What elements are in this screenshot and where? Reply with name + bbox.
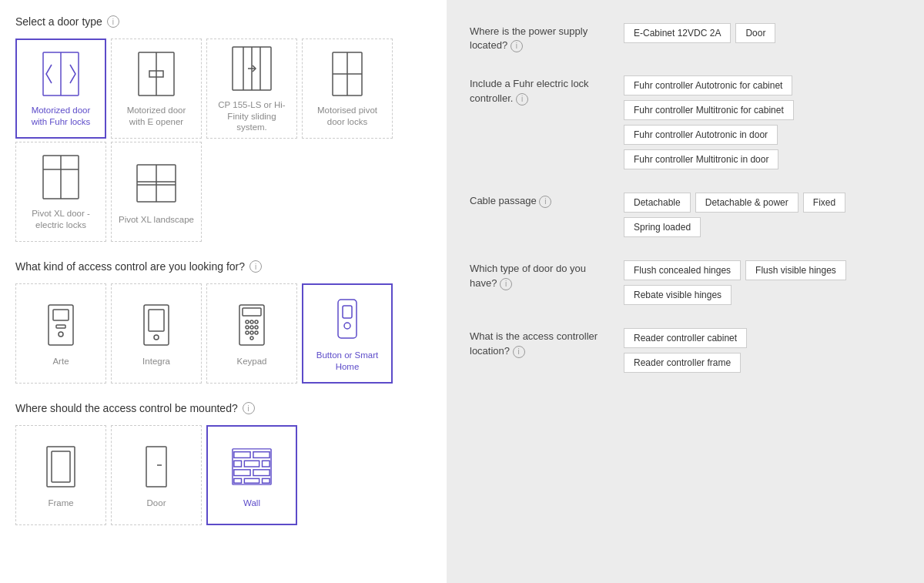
svg-point-26 bbox=[154, 335, 159, 340]
fuhr-line1: Fuhr controller Autotronic for cabinet bbox=[624, 75, 794, 95]
answer-e-cabinet[interactable]: E-Cabinet 12VDC 2A bbox=[624, 23, 731, 43]
question-text-power-supply: Where is the power supply located? bbox=[470, 25, 588, 51]
answer-door-power[interactable]: Door bbox=[735, 23, 775, 43]
tile-door[interactable]: Door bbox=[111, 425, 202, 525]
answers-door-type: Flush concealed hinges Flush visible hin… bbox=[624, 260, 846, 305]
question-controller-location: What is the access controller location? … bbox=[470, 328, 901, 373]
question-label-controller: What is the access controller location? … bbox=[470, 328, 608, 357]
svg-rect-55 bbox=[244, 478, 259, 483]
tile-motorised-pivot[interactable]: Motorised pivot door locks bbox=[302, 39, 393, 139]
question-text-controller: What is the access controller location? bbox=[470, 330, 598, 356]
tile-arte[interactable]: Arte bbox=[15, 283, 106, 384]
svg-rect-25 bbox=[149, 310, 164, 331]
tile-icon-pivot-xl bbox=[40, 152, 82, 202]
question-text-door-type: Which type of door do you have? bbox=[470, 263, 586, 288]
tile-integra[interactable]: Integra bbox=[111, 283, 202, 384]
svg-point-34 bbox=[255, 326, 258, 329]
tile-icon-cp155 bbox=[231, 44, 273, 93]
tile-button-smart[interactable]: Button or Smart Home bbox=[302, 283, 393, 384]
svg-rect-50 bbox=[244, 461, 259, 467]
question-label-cable: Cable passage i bbox=[470, 193, 608, 208]
svg-rect-40 bbox=[343, 306, 352, 318]
answer-multitronic-door[interactable]: Fuhr controller Multitronic in door bbox=[624, 149, 778, 169]
controller-info-icon[interactable]: i bbox=[513, 346, 525, 358]
tile-cp155[interactable]: CP 155-LS or Hi-Finity sliding system. bbox=[206, 39, 297, 139]
svg-point-41 bbox=[344, 323, 350, 329]
mount-location-grid: Frame Door bbox=[15, 425, 431, 525]
answers-cable: Detachable Detachable & power Fixed Spri… bbox=[624, 193, 845, 237]
answer-fixed[interactable]: Fixed bbox=[803, 193, 845, 213]
svg-rect-48 bbox=[253, 451, 270, 457]
svg-rect-27 bbox=[239, 305, 264, 345]
fuhr-line3: Fuhr controller Autotronic in door bbox=[624, 125, 794, 145]
question-label-door-type: Which type of door do you have? i bbox=[470, 260, 608, 290]
question-fuhr-controller: Include a Fuhr electric lock controller.… bbox=[470, 75, 901, 169]
question-cable-passage: Cable passage i Detachable Detachable & … bbox=[470, 193, 901, 237]
tile-label-button-smart: Button or Smart Home bbox=[310, 350, 385, 373]
answer-spring-loaded[interactable]: Spring loaded bbox=[624, 217, 701, 237]
answer-detachable-power[interactable]: Detachable & power bbox=[695, 193, 798, 213]
tile-icon-arte bbox=[40, 300, 82, 350]
answer-reader-cabinet[interactable]: Reader controller cabinet bbox=[624, 328, 747, 348]
answer-multitronic-cabinet[interactable]: Fuhr controller Multitronic for cabinet bbox=[624, 100, 794, 120]
tile-icon-button-smart bbox=[326, 294, 368, 343]
question-text-fuhr: Include a Fuhr electric lock controller. bbox=[470, 78, 589, 103]
tile-icon-pivot-xl-landscape bbox=[136, 159, 177, 208]
question-label-power-supply: Where is the power supply located? i bbox=[470, 23, 608, 52]
tile-motorized-eopener[interactable]: Motorized door with E opener bbox=[111, 39, 202, 139]
tile-label-door: Door bbox=[147, 498, 166, 509]
tile-wall[interactable]: Wall bbox=[206, 425, 297, 525]
fuhr-line2: Fuhr controller Multitronic for cabinet bbox=[624, 100, 794, 120]
answer-flush-visible[interactable]: Flush visible hinges bbox=[745, 260, 846, 280]
svg-rect-43 bbox=[52, 451, 70, 482]
power-supply-info-icon[interactable]: i bbox=[511, 40, 523, 52]
section2-title-text: What kind of access control are you look… bbox=[15, 260, 245, 273]
svg-point-31 bbox=[255, 320, 258, 323]
answer-rebate-visible[interactable]: Rebate visible hinges bbox=[624, 285, 732, 305]
answer-detachable[interactable]: Detachable bbox=[624, 193, 691, 213]
section1-info-icon[interactable]: i bbox=[107, 15, 119, 28]
tile-label-arte: Arte bbox=[52, 356, 69, 367]
tile-icon-integra bbox=[136, 300, 177, 350]
tile-pivot-xl-landscape[interactable]: Pivot XL landscape bbox=[111, 142, 202, 242]
svg-rect-53 bbox=[253, 469, 270, 475]
left-panel: Select a door type i Motorized door with… bbox=[0, 0, 447, 583]
section3-info-icon[interactable]: i bbox=[243, 402, 255, 414]
hinge-line2: Rebate visible hinges bbox=[624, 285, 846, 305]
svg-rect-22 bbox=[56, 325, 65, 328]
svg-point-33 bbox=[250, 326, 253, 329]
svg-rect-21 bbox=[53, 310, 69, 320]
svg-rect-52 bbox=[234, 469, 250, 475]
right-panel: Where is the power supply located? i E-C… bbox=[447, 0, 924, 583]
door-type-info-icon[interactable]: i bbox=[500, 278, 512, 290]
tile-motorized-fuhr[interactable]: Motorized door with Fuhr locks bbox=[15, 39, 106, 139]
section3-title: Where should the access control be mount… bbox=[15, 402, 431, 414]
tile-frame[interactable]: Frame bbox=[15, 425, 106, 525]
answer-autotronic-cabinet[interactable]: Fuhr controller Autotronic for cabinet bbox=[624, 75, 792, 95]
controller-line2: Reader controller frame bbox=[624, 353, 747, 373]
answer-reader-frame[interactable]: Reader controller frame bbox=[624, 353, 741, 373]
svg-rect-47 bbox=[234, 451, 250, 457]
answer-autotronic-door[interactable]: Fuhr controller Autotronic in door bbox=[624, 125, 778, 145]
svg-point-30 bbox=[250, 320, 253, 323]
svg-rect-24 bbox=[144, 305, 169, 345]
tile-icon-door bbox=[136, 442, 177, 491]
tile-keypad[interactable]: Keypad bbox=[206, 283, 297, 384]
door-type-grid: Motorized door with Fuhr locks Motorized… bbox=[15, 39, 431, 242]
fuhr-info-icon[interactable]: i bbox=[516, 93, 528, 106]
section2-title: What kind of access control are you look… bbox=[15, 260, 431, 273]
cable-info-icon[interactable]: i bbox=[539, 196, 551, 208]
question-door-type: Which type of door do you have? i Flush … bbox=[470, 260, 901, 305]
svg-rect-51 bbox=[263, 461, 270, 467]
section1-title: Select a door type i bbox=[15, 15, 431, 28]
svg-point-23 bbox=[59, 332, 63, 337]
tile-pivot-xl[interactable]: Pivot XL door - electric locks bbox=[15, 142, 106, 242]
question-power-supply: Where is the power supply located? i E-C… bbox=[470, 23, 901, 52]
fuhr-line4: Fuhr controller Multitronic in door bbox=[624, 149, 794, 169]
section2-info-icon[interactable]: i bbox=[249, 260, 262, 273]
tile-label-motorised-pivot: Motorised pivot door locks bbox=[309, 105, 386, 128]
question-label-fuhr: Include a Fuhr electric lock controller.… bbox=[470, 75, 608, 105]
answer-flush-concealed[interactable]: Flush concealed hinges bbox=[624, 260, 741, 280]
tile-label-motorized-eopener: Motorized door with E opener bbox=[118, 105, 195, 128]
tile-label-pivot-xl: Pivot XL door - electric locks bbox=[22, 208, 99, 231]
